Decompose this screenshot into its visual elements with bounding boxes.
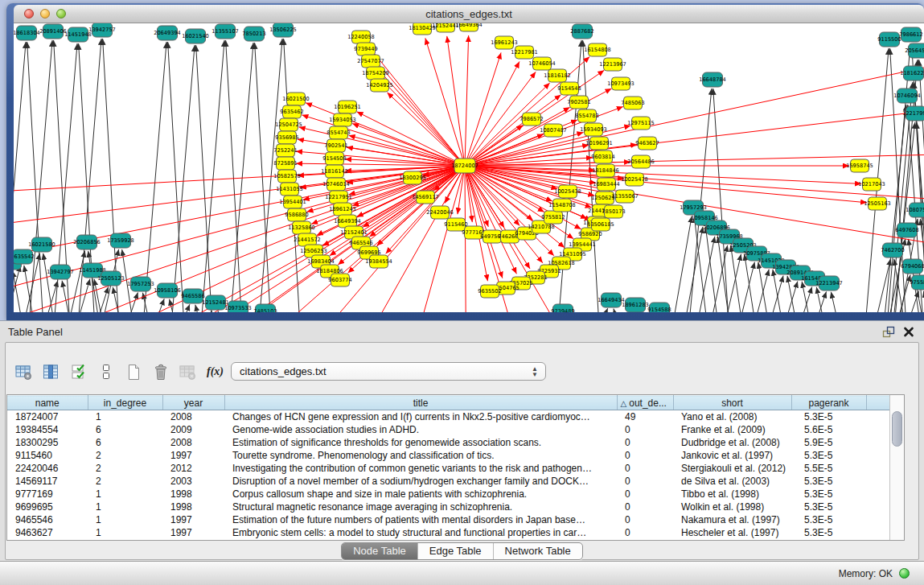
graph-node[interactable]: 7986572 [519,113,543,126]
cell-name[interactable]: 19384554 [7,423,88,436]
tab-edge-table[interactable]: Edge Table [417,543,493,559]
cell-short[interactable]: Jankovic et al. (1997) [673,449,791,462]
graph-node[interactable]: 7485103 [253,304,277,312]
cell-title[interactable]: Genome-wide association studies in ADHD. [224,423,617,436]
graph-node[interactable]: 9635462 [280,105,303,118]
graph-node[interactable]: 22420046 [426,206,454,219]
cell-name[interactable]: 22420046 [7,462,88,475]
graph-node[interactable]: 10025478 [621,173,648,186]
graph-node[interactable]: 11816182 [544,69,571,82]
cell-short[interactable]: Wolkin et al. (1998) [673,501,791,513]
tab-network-table[interactable]: Network Table [493,543,582,559]
column-header-out_de[interactable]: △out_de... [617,396,673,410]
graph-node[interactable]: 9635502 [478,285,501,298]
graph-node[interactable]: 6497608 [895,223,918,237]
graph-node[interactable]: 7485063 [621,97,644,109]
graph-node[interactable]: 8554783 [575,109,598,122]
cell-title[interactable]: Corpus callosum shape and size in male p… [224,488,617,501]
table-row[interactable]: 969969511998Structural magnetic resonanc… [7,501,890,513]
cell-out_degree[interactable]: 0 [617,475,673,488]
graph-node[interactable]: 20564526 [905,43,924,58]
graph-node[interactable]: 7252241 [273,144,297,157]
scrollbar-thumb[interactable] [892,411,902,447]
table-settings-icon[interactable] [15,364,32,381]
cell-year[interactable]: 2009 [162,423,224,436]
cell-year[interactable]: 1997 [162,526,224,539]
cell-out_degree[interactable]: 0 [617,449,673,462]
table-row[interactable]: 946362711997Embryonic stem cells: a mode… [7,526,890,539]
table-header-row[interactable]: namein_degreeyeartitle△out_de...shortpag… [7,396,890,410]
delete-trash-icon[interactable] [152,364,169,381]
graph-node[interactable]: 13942797 [47,265,74,279]
cell-short[interactable]: de Silva et al. (2003) [673,475,791,488]
graph-node[interactable]: 9154548 [557,82,581,95]
graph-node[interactable]: 8554743 [326,126,350,139]
graph-node[interactable]: 10807527 [906,203,924,217]
cell-out_degree[interactable]: 0 [617,488,673,501]
cell-pagerank[interactable]: 5.3E-5 [791,410,866,424]
function-icon[interactable]: f(x) [207,364,224,381]
cell-pagerank[interactable]: 5.3E-5 [791,501,866,513]
graph-node[interactable]: 10973533 [224,301,252,312]
cell-year[interactable]: 1997 [162,513,224,526]
graph-node[interactable]: 14204925 [366,79,393,92]
graph-node[interactable]: 9586880 [285,208,308,221]
graph-node[interactable]: 10973493 [607,77,634,90]
cell-in_degree[interactable]: 1 [88,501,162,513]
cell-in_degree[interactable]: 2 [88,475,162,488]
cell-pagerank[interactable]: 5.3E-5 [791,475,866,488]
graph-node[interactable]: 2887682 [570,24,593,39]
graph-node[interactable]: 9635542 [14,249,35,264]
graph-node[interactable]: 9356985 [275,131,298,144]
graph-node[interactable]: 15958745 [846,159,873,172]
cell-in_degree[interactable]: 6 [88,423,162,436]
graph-node[interactable]: 15934093 [580,123,607,136]
node-table[interactable]: namein_degreeyeartitle△out_de...shortpag… [7,395,890,539]
graph-node[interactable]: 9154588 [647,303,671,312]
citation-network-graph[interactable]: 1861830420891406114519481394275720649394… [14,23,924,312]
graph-node[interactable]: 16021580 [28,237,55,252]
cell-out_degree[interactable]: 0 [617,501,673,513]
network-canvas[interactable]: 1861830420891406114519481394275720649394… [14,23,924,312]
close-icon[interactable] [903,325,914,338]
graph-node[interactable]: 20206856 [73,235,101,249]
minimize-window-icon[interactable] [40,9,50,19]
graph-node[interactable]: 12240058 [347,31,375,43]
float-window-icon[interactable] [882,326,895,338]
cell-title[interactable]: Investigating the contribution of common… [224,462,617,475]
cell-short[interactable]: Hescheler et al. (1997) [673,526,791,539]
graph-node[interactable]: 10746094 [893,89,921,103]
table-row[interactable]: 946554611997Estimation of the future num… [7,513,890,526]
cell-title[interactable]: Tourette syndrome. Phenomenology and cla… [224,449,617,462]
cell-pagerank[interactable]: 5.5E-5 [791,462,866,475]
table-vertical-scrollbar[interactable] [889,395,904,540]
graph-node[interactable]: 9739489 [551,304,574,312]
cell-pagerank[interactable]: 5.3E-5 [791,513,866,526]
graph-node[interactable]: 9603814 [591,150,614,163]
graph-node[interactable]: 11431055 [276,183,303,196]
graph-node[interactable]: 9739449 [354,43,377,56]
graph-node[interactable]: 12213947 [815,276,843,290]
memory-status-icon[interactable] [899,568,910,579]
cell-year[interactable]: 1998 [162,501,224,513]
cell-pagerank[interactable]: 5.3E-5 [791,488,866,501]
graph-node[interactable]: 17957253 [127,277,154,291]
table-row[interactable]: 1830029562008Estimation of significance … [7,436,890,449]
graph-node[interactable]: 6794068 [901,259,924,274]
graph-node[interactable]: 11816142 [321,165,348,178]
column-header-pagerank[interactable]: pagerank [791,396,866,410]
cell-name[interactable]: 9699695 [7,501,88,513]
graph-node[interactable]: 9463627 [635,137,659,150]
cell-name[interactable]: 18724007 [7,410,88,424]
graph-node[interactable]: 18961243 [329,203,356,216]
graph-node[interactable]: 20891406 [39,24,67,39]
graph-node[interactable]: 7902581 [567,96,590,109]
graph-node[interactable]: 17359928 [107,233,134,248]
graph-node[interactable]: 16021540 [182,29,209,43]
table-row[interactable]: 1872400712008Changes of HCN gene express… [7,410,890,424]
cell-short[interactable]: Tibbo et al. (1998) [673,488,791,501]
graph-node[interactable]: 12217981 [511,46,538,59]
cell-in_degree[interactable]: 6 [88,436,162,449]
window-titlebar[interactable]: citations_edges.txt [14,5,924,23]
graph-node[interactable]: 18961283 [622,298,649,312]
